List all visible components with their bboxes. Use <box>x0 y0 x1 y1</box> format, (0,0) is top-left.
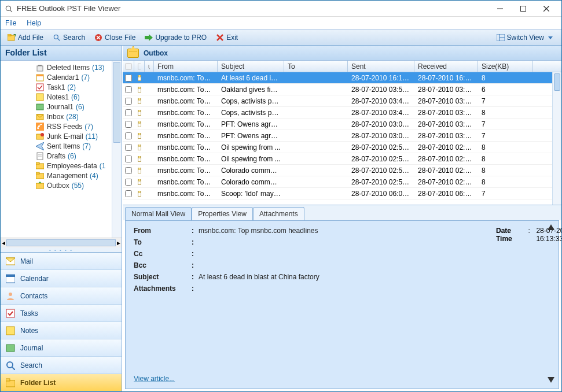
mail-row[interactable]: msnbc.com: Top m...Scoop: 'Idol' may ...… <box>123 188 561 199</box>
svg-rect-41 <box>36 172 39 174</box>
nav-tasks[interactable]: Tasks <box>1 305 122 322</box>
nav-folder-list[interactable]: Folder List <box>1 374 122 391</box>
row-checkbox[interactable] <box>125 190 132 197</box>
folder-junk-e-mail[interactable]: Junk E-mail (11) <box>1 131 122 141</box>
arrow-right-icon <box>145 34 153 42</box>
close-file-button[interactable]: Close File <box>91 32 139 43</box>
svg-rect-7 <box>8 34 11 36</box>
mail-row[interactable]: msnbc.com: Top m...Cops, activists pre..… <box>123 107 561 119</box>
folder-tree[interactable]: Deleted Items (13)Calendar1 (7)Task1 (2)… <box>1 61 122 238</box>
tree-scrollbar[interactable] <box>112 61 122 238</box>
svg-point-31 <box>38 127 39 128</box>
svg-point-0 <box>6 6 10 10</box>
svg-rect-47 <box>6 275 15 277</box>
grid-scrollbar[interactable] <box>552 72 561 205</box>
value-cc <box>199 250 550 258</box>
search-button[interactable]: Search <box>49 32 89 43</box>
folder-outbox[interactable]: Outbox (55) <box>1 180 122 190</box>
nav-calendar[interactable]: Calendar <box>1 270 122 287</box>
nav-mail[interactable]: Mail <box>1 253 122 270</box>
row-checkbox[interactable] <box>125 121 132 128</box>
mail-row[interactable]: msnbc.com: Top m...Cops, activists pre..… <box>123 95 561 107</box>
col-attachment[interactable] <box>145 61 154 72</box>
mail-row[interactable]: msnbc.com: Top m...Colorado commoti...28… <box>123 165 561 176</box>
row-checkbox[interactable] <box>125 156 132 162</box>
col-size[interactable]: Size(KB) <box>478 61 533 72</box>
minimize-button[interactable] <box>488 2 512 16</box>
folder-deleted-items[interactable]: Deleted Items (13) <box>1 62 122 72</box>
search-icon <box>53 34 61 42</box>
view-article-link[interactable]: View article... <box>134 357 550 383</box>
mail-row[interactable]: msnbc.com: Top m...PFT: Owens agrees...2… <box>123 119 561 130</box>
mail-row[interactable]: msnbc.com: Top m...Colorado commoti...28… <box>123 176 561 188</box>
exit-button[interactable]: Exit <box>212 32 241 43</box>
close-button[interactable] <box>535 2 558 16</box>
label-from: From <box>134 227 192 235</box>
menu-file[interactable]: File <box>5 19 16 27</box>
maximize-button[interactable] <box>512 2 535 16</box>
folder-calendar1[interactable]: Calendar1 (7) <box>1 72 122 82</box>
scroll-down-icon[interactable] <box>548 377 554 383</box>
folder-task1[interactable]: Task1 (2) <box>1 82 122 92</box>
switch-view-button[interactable]: Switch View <box>493 32 558 43</box>
col-subject[interactable]: Subject <box>218 61 284 72</box>
folder-employees-data[interactable]: Employees-data (1 <box>1 161 122 171</box>
row-checkbox[interactable] <box>125 144 132 151</box>
mail-row[interactable]: msnbc.com: Top m...Oakland gives fina...… <box>123 84 561 95</box>
svg-line-1 <box>10 10 12 12</box>
exit-icon <box>216 34 224 42</box>
col-received[interactable]: Received <box>414 61 478 72</box>
folder-sent-items[interactable]: Sent Items (7) <box>1 141 122 151</box>
svg-rect-24 <box>36 75 43 76</box>
splitter-grip[interactable]: • • • • • <box>1 247 122 252</box>
nav-search[interactable]: Search <box>1 357 122 374</box>
nav-contacts[interactable]: Contacts <box>1 287 122 305</box>
svg-rect-56 <box>138 64 141 69</box>
scroll-right-icon[interactable]: ▸ <box>117 239 120 247</box>
nav-notes[interactable]: Notes <box>1 322 122 339</box>
folder-drafts[interactable]: Drafts (6) <box>1 151 122 161</box>
row-checkbox[interactable] <box>125 132 132 139</box>
svg-point-48 <box>9 293 12 296</box>
nav-journal[interactable]: Journal <box>1 339 122 357</box>
label-attachments: Attachments <box>134 284 192 293</box>
mail-icon <box>134 75 145 81</box>
row-checkbox[interactable] <box>125 98 132 105</box>
scroll-up-icon[interactable] <box>548 224 554 230</box>
col-to[interactable]: To <box>284 61 348 72</box>
row-checkbox[interactable] <box>125 109 132 116</box>
row-checkbox[interactable] <box>125 75 132 82</box>
folder-management[interactable]: Management (4) <box>1 171 122 180</box>
preview-scrollbar[interactable] <box>546 221 556 386</box>
menu-help[interactable]: Help <box>27 19 41 27</box>
folder-inbox[interactable]: Inbox (28) <box>1 112 122 121</box>
upgrade-button[interactable]: Upgrade to PRO <box>141 32 210 43</box>
col-from[interactable]: From <box>154 61 218 72</box>
col-checkbox[interactable] <box>123 61 134 72</box>
mail-row[interactable]: msnbc.com: Top m...At least 6 dead in ..… <box>123 72 561 84</box>
tree-hscroll[interactable]: ◂ ▸ <box>1 238 122 247</box>
mail-row[interactable]: msnbc.com: Top m...Oil spewing from ...2… <box>123 153 561 165</box>
tab-attachments[interactable]: Attachments <box>253 207 304 220</box>
svg-marker-34 <box>36 142 44 150</box>
mail-icon <box>134 156 145 162</box>
col-sent[interactable]: Sent <box>348 61 414 72</box>
grid-body[interactable]: msnbc.com: Top m...At least 6 dead in ..… <box>123 72 561 205</box>
folder-notes1[interactable]: Notes1 (6) <box>1 92 122 102</box>
row-checkbox[interactable] <box>125 167 132 174</box>
svg-rect-54 <box>6 380 15 387</box>
row-checkbox[interactable] <box>125 179 132 186</box>
scroll-left-icon[interactable]: ◂ <box>2 239 5 247</box>
row-checkbox[interactable] <box>125 86 132 93</box>
tab-normal-view[interactable]: Normal Mail View <box>125 207 192 220</box>
folder-rss-feeds[interactable]: RSS Feeds (7) <box>1 121 122 131</box>
mail-row[interactable]: msnbc.com: Top m...Oil spewing from ...2… <box>123 142 561 153</box>
add-file-button[interactable]: +Add File <box>4 32 47 43</box>
folder-journal1[interactable]: Journal1 (6) <box>1 102 122 112</box>
value-bcc <box>199 261 550 269</box>
svg-point-33 <box>41 133 44 136</box>
col-icon[interactable] <box>134 61 145 72</box>
mail-row[interactable]: msnbc.com: Top m...PFT: Owens agrees...2… <box>123 130 561 142</box>
tab-properties-view[interactable]: Properties View <box>192 207 253 220</box>
mail-icon <box>134 168 145 173</box>
